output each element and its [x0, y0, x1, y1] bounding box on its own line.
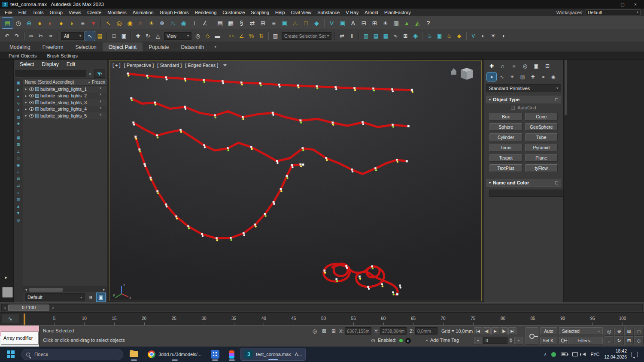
helpers-category-icon[interactable]: ✚ [528, 72, 538, 81]
menu-civil-view[interactable]: Civil View [288, 10, 314, 15]
expand-caret-icon[interactable]: ► [24, 108, 28, 111]
viewport-pov-menu[interactable]: [ Perspective ] [124, 63, 154, 68]
motion-tab-icon[interactable]: ◎ [520, 62, 530, 70]
selection-filter-dropdown[interactable]: All▾ [61, 32, 84, 40]
design-app-taskbar-button[interactable] [225, 348, 238, 361]
key-filters-button[interactable]: Filters... [568, 337, 603, 344]
explorer-menu-display[interactable]: Display [38, 61, 62, 67]
frozen-state-icon[interactable]: * [95, 100, 106, 106]
ribbon-subtab-brush-settings[interactable]: Brush Settings [43, 53, 82, 58]
vray-frame-buffer-icon[interactable]: V [468, 31, 478, 41]
keyboard-shortcut-override-icon[interactable]: ▬ [213, 31, 222, 41]
expand-caret-icon[interactable]: ► [24, 114, 28, 117]
align-icon[interactable]: ‖ [347, 31, 357, 41]
pan-view-icon[interactable]: ↔ [605, 336, 614, 345]
display-tab-icon[interactable]: ▣ [532, 62, 541, 70]
display-groups-icon[interactable]: ▦ [15, 134, 22, 141]
set-keys-button[interactable] [526, 327, 538, 345]
current-frame-field[interactable]: 0 [483, 337, 507, 344]
menu-views[interactable]: Views [66, 10, 84, 15]
explorer-hscrollbar[interactable]: ◄ ► [23, 287, 107, 292]
battery-icon[interactable] [561, 353, 568, 356]
zoom-icon[interactable]: ◎ [605, 327, 614, 336]
rollout-pin-icon[interactable] [555, 98, 558, 101]
tray-expand-icon[interactable]: ∧ [544, 352, 547, 356]
ribbon-tab-object-paint[interactable]: Object Paint [103, 42, 143, 51]
transform-axis-icon[interactable]: ⊥ [189, 18, 200, 28]
name-column-header[interactable]: Name (Sorted Ascending) [25, 80, 88, 84]
next-frame-arrow[interactable]: › [50, 305, 56, 311]
maximize-viewport-toggle-icon[interactable]: ⊞ [624, 336, 634, 345]
set-key-button[interactable]: Set K. [540, 337, 557, 344]
pin-explorer-icon[interactable]: ◎ [15, 217, 22, 223]
list-item[interactable]: ►bulbrite_string_lights_2* [23, 93, 107, 100]
expand-panel-icon[interactable]: ► [4, 275, 8, 280]
expand-caret-icon[interactable]: ► [24, 87, 28, 90]
named-selection-sets-icon[interactable]: ▥ [270, 31, 280, 41]
y-coordinate-field[interactable]: 2738,804m [380, 327, 407, 335]
tree-vegetation-icon[interactable]: ▲ [401, 18, 412, 28]
list-item[interactable]: ►bulbrite_string_lights_1* [23, 86, 107, 93]
ribbon-tab-modeling[interactable]: Modeling [3, 42, 36, 51]
current-frame-marker[interactable] [24, 314, 25, 325]
explorer-menu-edit[interactable]: Edit [63, 61, 79, 67]
fill-tool-icon[interactable]: ▼ [88, 18, 99, 28]
layer-manager-icon[interactable]: ▤ [215, 18, 225, 28]
mirror-icon[interactable]: ⇄ [337, 31, 347, 41]
snowflake-icon[interactable]: ❄ [157, 18, 167, 28]
sphere-brush-icon[interactable]: ● [56, 18, 67, 28]
open-mini-curve-editor-icon[interactable]: ∿ [1, 314, 19, 324]
menu-group[interactable]: Group [46, 10, 66, 15]
toggle-layer-explorer-icon[interactable]: ▤ [371, 31, 381, 41]
time-slider-track[interactable]: ‹ 0 / 100 › [1, 304, 643, 311]
network-icon[interactable] [572, 352, 578, 356]
frame-spinner[interactable] [508, 337, 513, 344]
display-spacewarps-icon[interactable]: ≈ [15, 127, 22, 134]
toggle-scene-explorer-icon[interactable]: ▥ [361, 31, 371, 41]
list-item[interactable]: ►bulbrite_string_lights_4* [23, 106, 107, 113]
camera-sequencer-icon[interactable]: ▥ [391, 18, 401, 28]
scroll-thumb[interactable] [29, 288, 63, 292]
previous-frame-arrow[interactable]: ‹ [2, 305, 8, 311]
sort-mode-icon[interactable]: ▲ [15, 203, 22, 210]
display-bones-icon[interactable]: ⊥ [15, 148, 22, 155]
menu-edit[interactable]: Edit [15, 10, 30, 15]
viewport-style-menu[interactable]: [ Standard ] [157, 63, 182, 68]
box-button[interactable]: Box [489, 113, 522, 121]
vray-fb-icon[interactable]: ▣ [337, 18, 348, 28]
per-view-filter-icon[interactable] [223, 64, 227, 66]
menu-customize[interactable]: Customize [219, 10, 248, 15]
absolute-mode-toggle-icon[interactable]: ⊞ [330, 327, 337, 335]
state-sets-icon[interactable]: ⊟ [358, 18, 369, 28]
render-setup-icon[interactable]: ♨ [425, 31, 434, 41]
select-by-name-icon[interactable]: ▤ [95, 31, 105, 41]
go-to-end-button[interactable]: ▶| [508, 327, 516, 335]
explorer-menu-select[interactable]: Select [16, 61, 37, 67]
clock[interactable]: 18:42 12.04.2026 [604, 348, 627, 360]
display-geometry-icon[interactable]: ● [15, 93, 22, 100]
create-tab-icon[interactable]: ✚ [487, 62, 496, 70]
arnold-menu-icon[interactable]: A [348, 18, 358, 28]
rectangular-selection-region-icon[interactable]: □ [109, 31, 119, 41]
key-filters-icon-button[interactable] [559, 337, 567, 344]
render-setup-teapot-icon[interactable]: ♨ [290, 18, 301, 28]
add-time-tag-button[interactable]: Add Time Tag [430, 338, 459, 343]
mountain-terrain-icon[interactable]: ◭ [412, 18, 423, 28]
display-lights-icon[interactable]: ☀ [15, 107, 22, 114]
auto-key-button[interactable]: Auto [540, 327, 557, 335]
save-scene-state-icon[interactable]: ▣ [97, 293, 105, 302]
torus-tool-icon[interactable]: ◎ [114, 18, 125, 28]
primitive-type-dropdown[interactable]: Standard Primitives ▾ [486, 84, 561, 92]
scroll-left-icon[interactable]: ◄ [23, 287, 29, 292]
viewcube[interactable] [448, 64, 475, 84]
select-and-scale-icon[interactable]: △ [153, 31, 163, 41]
viewport-canvas[interactable] [109, 61, 481, 301]
selected-set-dropdown[interactable]: Selected ▾ [559, 327, 603, 335]
sun-positioner-icon[interactable]: ☀ [146, 18, 157, 28]
frozen-column-header[interactable]: Frozen [92, 80, 105, 84]
enabled-indicator-dot[interactable] [399, 339, 403, 342]
torus-button[interactable]: Torus [489, 144, 522, 151]
viewcube-home-icon[interactable] [451, 68, 456, 75]
layer-stack-icon[interactable]: ≋ [86, 293, 95, 302]
render-production-icon[interactable]: ♨ [444, 31, 454, 41]
